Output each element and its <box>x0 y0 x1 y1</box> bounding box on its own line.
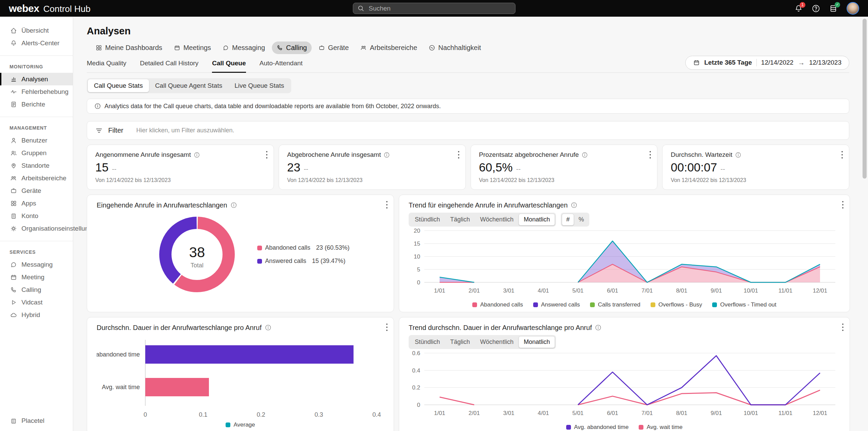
legend-label: Answered calls <box>541 301 580 308</box>
help-button[interactable] <box>812 4 820 13</box>
kpi-title: Prozentsatz abgebrochener Anrufe <box>479 151 579 159</box>
tab-messaging[interactable]: Messaging <box>218 42 270 54</box>
toggle-monatlich[interactable]: Monatlich <box>519 336 555 348</box>
start-date[interactable]: 12/14/2022 <box>761 59 793 66</box>
sidebar-item-placetel[interactable]: Placetel <box>0 414 73 427</box>
kebab-menu-icon[interactable] <box>841 200 844 209</box>
kebab-menu-icon[interactable] <box>457 150 460 159</box>
svg-text:20: 20 <box>414 228 420 234</box>
donut-legend: Abandoned calls 23 (60.53%) Answered cal… <box>257 244 349 265</box>
sidebar-item-benutzer[interactable]: Benutzer <box>0 134 73 147</box>
filter-bar[interactable]: Filter Hier klicken, um Filter auszuwähl… <box>87 121 849 140</box>
info-icon[interactable] <box>735 152 741 158</box>
svg-text:0.4: 0.4 <box>372 411 381 418</box>
sidebar-item-organisationseinstellungen[interactable]: Organisationseinstellun... <box>0 222 73 235</box>
sidebar-item-standorte[interactable]: Standorte <box>0 159 73 172</box>
sidebar-item-messaging[interactable]: Messaging <box>0 258 73 271</box>
toggle-woechentlich[interactable]: Wöchentlich <box>475 214 519 226</box>
toggle-monatlich[interactable]: Monatlich <box>519 214 555 226</box>
dashboard-grid-icon <box>96 45 102 51</box>
kpi-card-abandoned-percentage: Prozentsatz abgebrochener Anrufe 60,5%--… <box>471 145 658 190</box>
toggle-taeglich[interactable]: Täglich <box>445 336 475 348</box>
user-avatar[interactable] <box>847 2 859 15</box>
sidebar-item-label: Gruppen <box>21 149 47 157</box>
kebab-menu-icon[interactable] <box>386 323 388 332</box>
svg-text:10: 10 <box>414 253 420 260</box>
sidebar-item-apps[interactable]: Apps <box>0 197 73 210</box>
divider <box>756 59 757 66</box>
sidebar-item-label: Organisationseinstellun... <box>21 225 94 232</box>
avg-duration-trend-card: Trend durchschn. Dauer in der Anrufwarte… <box>399 317 850 431</box>
sidebar-item-berichte[interactable]: Berichte <box>0 98 73 111</box>
sidebar-item-arbeitsbereiche[interactable]: Arbeitsbereiche <box>0 172 73 184</box>
search-input[interactable] <box>353 3 515 14</box>
divider <box>0 55 73 56</box>
subtab-detailed-call-history[interactable]: Detailed Call History <box>140 55 198 73</box>
sidebar-item-hybrid[interactable]: Hybrid <box>0 309 73 321</box>
info-icon[interactable] <box>595 325 601 331</box>
subtab-call-queue[interactable]: Call Queue <box>212 55 246 73</box>
toggle-woechentlich[interactable]: Wöchentlich <box>475 336 519 348</box>
segment-call-queue-agent-stats[interactable]: Call Queue Agent Stats <box>149 79 229 92</box>
tab-arbeitsbereiche[interactable]: Arbeitsbereiche <box>356 42 422 54</box>
search-icon <box>357 5 364 12</box>
info-icon[interactable] <box>384 152 390 158</box>
date-range-picker[interactable]: Letzte 365 Tage 12/14/2022 → 12/13/2023 <box>685 56 849 70</box>
global-search[interactable] <box>353 3 515 14</box>
info-icon[interactable] <box>194 152 200 158</box>
brand-logo: webex Control Hub <box>9 3 91 14</box>
sidebar-item-label: Geräte <box>21 187 41 195</box>
whats-new-button[interactable]: ✓ <box>829 4 837 13</box>
sidebar-item-meeting[interactable]: Meeting <box>0 271 73 283</box>
tab-meetings[interactable]: Meetings <box>169 42 216 54</box>
sidebar-item-analysen[interactable]: Analysen <box>0 73 73 85</box>
home-icon <box>10 27 17 34</box>
kebab-menu-icon[interactable] <box>649 150 652 159</box>
tab-geraete[interactable]: Geräte <box>314 42 354 54</box>
sidebar-item-uebersicht[interactable]: Übersicht <box>0 24 73 37</box>
kpi-card-abandoned-total: Abgebrochene Anrufe insgesamt 23-- Von 1… <box>279 145 466 190</box>
subtab-auto-attendant[interactable]: Auto-Attendant <box>260 55 303 73</box>
sidebar-item-calling[interactable]: Calling <box>0 283 73 296</box>
kpi-trend: -- <box>112 165 116 173</box>
subtab-media-quality[interactable]: Media Quality <box>87 55 126 73</box>
segment-live-queue-stats[interactable]: Live Queue Stats <box>228 79 290 92</box>
legend-label: Abandoned calls <box>265 244 310 251</box>
sidebar-item-alerts-center[interactable]: Alerts-Center <box>0 37 73 49</box>
sidebar-item-fehlerbehebung[interactable]: Fehlerbehebung <box>0 85 73 98</box>
segment-call-queue-stats[interactable]: Call Queue Stats <box>88 79 149 92</box>
svg-text:3/01: 3/01 <box>503 410 514 416</box>
info-icon[interactable] <box>571 202 577 208</box>
calendar-icon <box>10 274 17 281</box>
pulse-icon <box>10 88 17 95</box>
sidebar-item-konto[interactable]: Konto <box>0 210 73 222</box>
toggle-taeglich[interactable]: Täglich <box>445 214 475 226</box>
sidebar-item-gruppen[interactable]: Gruppen <box>0 147 73 159</box>
toggle-stuendlich[interactable]: Stündlich <box>410 336 445 348</box>
kebab-menu-icon[interactable] <box>386 200 388 209</box>
kebab-menu-icon[interactable] <box>265 150 268 159</box>
line-chart-legend: Avg. abandoned time Avg. wait time <box>409 424 840 431</box>
sidebar-item-label: Standorte <box>21 162 49 169</box>
kebab-menu-icon[interactable] <box>841 323 844 332</box>
notifications-button[interactable]: 1 <box>795 4 803 13</box>
sidebar-item-vidcast[interactable]: Vidcast <box>0 296 73 309</box>
toggle-stuendlich[interactable]: Stündlich <box>410 214 445 226</box>
tab-calling[interactable]: Calling <box>272 42 312 54</box>
svg-text:4/01: 4/01 <box>538 410 549 416</box>
info-icon[interactable] <box>582 152 588 158</box>
info-icon[interactable] <box>265 325 271 331</box>
info-icon[interactable] <box>231 202 237 208</box>
bell-icon <box>10 40 17 47</box>
svg-text:15: 15 <box>414 241 420 247</box>
tab-nachhaltigkeit[interactable]: Nachhaltigkeit <box>424 42 486 54</box>
svg-text:8/01: 8/01 <box>676 287 687 294</box>
end-date[interactable]: 12/13/2023 <box>809 59 841 66</box>
section-title-management: MANAGEMENT <box>0 125 73 131</box>
toggle-percent[interactable]: % <box>574 214 588 226</box>
tab-meine-dashboards[interactable]: Meine Dashboards <box>91 42 167 54</box>
sidebar-item-geraete[interactable]: Geräte <box>0 184 73 197</box>
vertical-scrollbar[interactable] <box>863 19 867 179</box>
kebab-menu-icon[interactable] <box>841 150 844 159</box>
toggle-count[interactable]: # <box>562 214 574 226</box>
